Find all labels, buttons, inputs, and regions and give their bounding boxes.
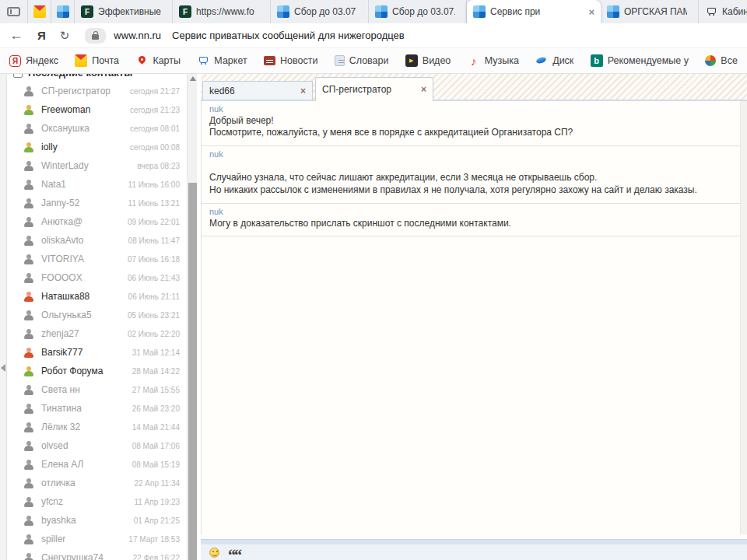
- contact-row[interactable]: Лёлик 32 14 Май 21:44: [7, 418, 187, 436]
- refresh-button[interactable]: ↻: [60, 29, 70, 43]
- browser-tab[interactable]: Сервис при ×: [467, 0, 601, 23]
- browser-tab[interactable]: ОРГСКАЯ ПАМ: [601, 0, 699, 23]
- browser-tab[interactable]: https://www.fo: [173, 0, 271, 23]
- contact-row[interactable]: FOOOOX 06 Июнь 21:43: [7, 268, 187, 287]
- contact-row[interactable]: Barsik777 31 Май 12:14: [7, 343, 187, 362]
- chat-tab-strip: ked66 × СП-регистратор ×: [201, 74, 747, 101]
- tab-title: Сбор до 03.07.: [392, 6, 455, 17]
- tab-favicon-icon: [33, 5, 46, 18]
- contact-name: Робот Форума: [41, 366, 103, 376]
- contact-row[interactable]: VITORIYA 07 Июнь 16:18: [7, 250, 187, 268]
- bookmark-item[interactable]: Все: [705, 55, 738, 66]
- browser-tab[interactable]: Кабин: [699, 0, 747, 23]
- tab-title: https://www.fo: [196, 6, 259, 17]
- message-text: Могу в доказательство прислать скриншот …: [209, 218, 739, 230]
- scrollbar-up-icon[interactable]: [190, 76, 196, 81]
- tab-favicon-icon: [179, 5, 191, 18]
- message-author-link[interactable]: nuk: [209, 149, 739, 160]
- contact-row[interactable]: zhenja27 02 Июнь 22:20: [7, 324, 187, 343]
- collapse-left-icon[interactable]: [1, 364, 5, 372]
- user-avatar-icon: [23, 86, 34, 96]
- user-avatar-icon: [23, 292, 34, 302]
- contact-row[interactable]: Света нн 27 Май 15:55: [7, 380, 187, 399]
- bookmark-item[interactable]: Диск: [535, 54, 573, 67]
- tab-title: ОРГСКАЯ ПАМ: [624, 6, 687, 17]
- chat-tab[interactable]: ked66 ×: [202, 81, 313, 100]
- browser-tab-bar: Эффективные https://www.fo Сбор до 03.07…: [0, 0, 747, 23]
- composer-toolbar: [201, 544, 747, 560]
- contact-row[interactable]: Freewoman сегодня 21:23: [7, 100, 187, 119]
- tab-favicon-icon: [57, 5, 69, 18]
- user-avatar-icon: [23, 553, 34, 560]
- contact-name: Снегурушка74: [41, 552, 103, 560]
- user-avatar-icon: [23, 497, 34, 507]
- contact-row[interactable]: Робот Форума 28 Май 14:22: [7, 362, 187, 380]
- contact-row[interactable]: spiller 17 Март 18:53: [7, 530, 187, 548]
- browser-tab[interactable]: Сбор до 03.07.: [369, 0, 467, 23]
- contact-row[interactable]: iolly сегодня 00:08: [7, 138, 187, 156]
- panel-collapse-strip[interactable]: [0, 74, 7, 560]
- bookmark-item[interactable]: Маркет: [197, 54, 247, 67]
- user-avatar-icon: [23, 348, 34, 358]
- emoticon-icon[interactable]: [209, 548, 219, 558]
- contact-row[interactable]: Тинатина 26 Май 23:20: [7, 399, 187, 418]
- contact-row[interactable]: olvsed 08 Май 17:06: [7, 436, 187, 455]
- bookmark-item[interactable]: Музыка: [468, 54, 519, 67]
- url-domain[interactable]: www.nn.ru: [114, 30, 161, 41]
- contact-row[interactable]: Ольгунька5 05 Июнь 23:21: [7, 306, 187, 324]
- contact-name: VITORIYA: [41, 254, 84, 264]
- bookmark-icon: [591, 54, 603, 67]
- bookmark-label: Новости: [280, 55, 317, 66]
- contact-name: Janny-52: [41, 198, 79, 208]
- contact-row[interactable]: СП-регистратор сегодня 21:27: [7, 82, 187, 100]
- bookmark-item[interactable]: Новости: [264, 55, 317, 66]
- contacts-icon: [13, 74, 23, 78]
- contact-name: Наташка88: [41, 291, 89, 302]
- contact-row[interactable]: Наташка88 06 Июнь 21:11: [7, 287, 187, 306]
- message-author-link[interactable]: nuk: [209, 206, 739, 218]
- security-chip[interactable]: [85, 28, 106, 44]
- contact-row[interactable]: отличка 22 Апр 11:34: [7, 474, 187, 492]
- scrollbar-thumb[interactable]: [188, 183, 197, 560]
- contact-row[interactable]: Снегурушка74 22 Фев 16:22: [7, 548, 187, 560]
- contact-row[interactable]: oliskaAvto 08 Июнь 11:47: [7, 231, 187, 250]
- contact-row[interactable]: byashka 01 Апр 21:25: [7, 511, 187, 530]
- contact-row[interactable]: Анютка@ 09 Июнь 22:01: [7, 212, 187, 231]
- bookmark-item[interactable]: Видео: [405, 54, 451, 67]
- chat-tab[interactable]: СП-регистратор ×: [315, 77, 433, 101]
- user-avatar-icon: [23, 329, 34, 339]
- bookmark-item[interactable]: Рекомендуемые у: [591, 54, 689, 67]
- contact-name: Света нн: [41, 384, 80, 395]
- bookmark-icon: [705, 55, 716, 66]
- tab-close-icon[interactable]: ×: [588, 6, 594, 18]
- yandex-home-button[interactable]: Я: [37, 29, 46, 42]
- bookmark-label: Яндекс: [26, 55, 58, 66]
- contact-row[interactable]: WinterLady вчера 08:23: [7, 156, 187, 175]
- message-author-link[interactable]: nuk: [209, 103, 739, 115]
- message-scrollbar[interactable]: [740, 101, 747, 534]
- browser-tab[interactable]: Эффективные: [75, 0, 173, 23]
- contact-row[interactable]: Оксанушка сегодня 08:01: [7, 119, 187, 138]
- bookmark-item[interactable]: Почта: [75, 54, 119, 67]
- back-button[interactable]: ←: [9, 27, 23, 44]
- user-avatar-icon: [23, 217, 34, 227]
- sidebar-toggle-button[interactable]: [0, 0, 28, 23]
- bookmark-item[interactable]: Яндекс: [9, 55, 58, 67]
- bookmark-item[interactable]: Словари: [335, 55, 389, 66]
- bookmark-item[interactable]: Карты: [135, 54, 181, 67]
- contact-time: 11 Июнь 13:21: [128, 199, 187, 208]
- browser-tab[interactable]: [28, 0, 51, 23]
- browser-tab[interactable]: [51, 0, 75, 23]
- bookmark-icon: [9, 55, 21, 67]
- quote-icon[interactable]: [228, 546, 240, 558]
- contact-row[interactable]: Елена АЛ 08 Май 15:19: [7, 455, 187, 474]
- message-block: nuk Могу в доказательство прислать скрин…: [202, 204, 747, 236]
- contact-row[interactable]: yfcnz 11 Апр 19:23: [7, 492, 187, 511]
- contact-row[interactable]: Janny-52 11 Июнь 13:21: [7, 194, 187, 212]
- browser-tab[interactable]: Сбор до 03.07: [271, 0, 369, 23]
- chat-tab-close-icon[interactable]: ×: [300, 86, 312, 96]
- contacts-scrollbar[interactable]: [187, 74, 197, 560]
- contact-row[interactable]: Nata1 11 Июнь 16:00: [7, 175, 187, 194]
- contact-time: 07 Июнь 16:18: [128, 255, 187, 264]
- chat-tab-close-icon[interactable]: ×: [421, 84, 433, 95]
